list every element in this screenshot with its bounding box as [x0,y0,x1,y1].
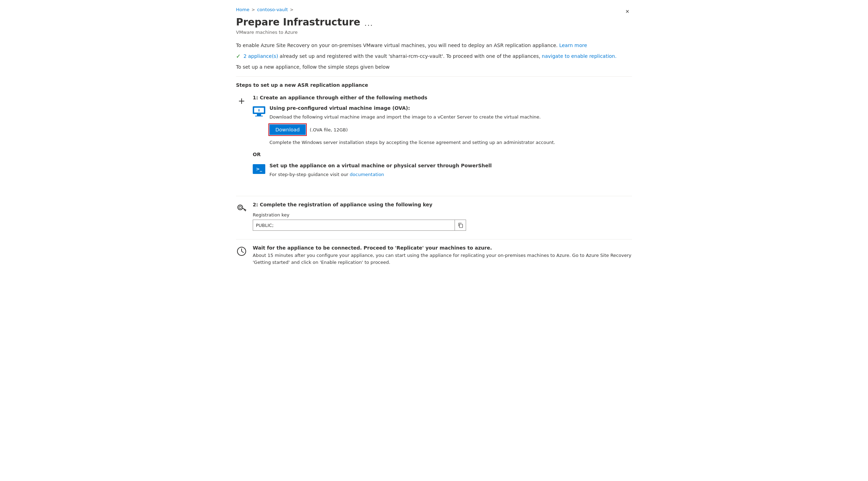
registration-key-label: Registration key [253,212,632,217]
svg-line-8 [242,251,244,253]
wait-heading: Wait for the appliance to be connected. … [253,245,632,251]
step1-heading: 1: Create an appliance through either of… [253,95,632,100]
key-icon [236,203,247,214]
ova-heading: Using pre-configured virtual machine ima… [269,105,632,111]
clock-svg-icon [237,246,246,256]
page-subtitle: VMware machines to Azure [236,30,623,35]
plus-icon: + [238,96,245,106]
page-title: Prepare Infrastructure [236,16,360,28]
step1-content: 1: Create an appliance through either of… [253,95,632,188]
svg-point-0 [238,205,243,210]
new-appliance-text: To set up a new appliance, follow the si… [236,63,632,71]
copy-icon [458,222,463,228]
download-arrow-icon: ⬇ [258,108,260,112]
ps-heading: Set up the appliance on a virtual machin… [269,163,632,168]
powershell-icon: >_ [253,163,265,175]
clock-icon [236,246,247,257]
step2-block: 2: Complete the registration of applianc… [236,202,632,231]
close-button[interactable]: × [623,7,632,16]
breadcrumb-sep1: > [251,7,255,12]
ps-method-block: >_ Set up the appliance on a virtual mac… [253,163,632,182]
wait-content: Wait for the appliance to be connected. … [253,245,632,266]
breadcrumb-vault[interactable]: contoso-vault [257,7,288,12]
info-line1: To enable Azure Site Recovery on your on… [236,42,632,49]
step2-heading: 2: Complete the registration of applianc… [253,202,632,207]
key-svg-icon [237,203,246,213]
ps-method-details: Set up the appliance on a virtual machin… [269,163,632,182]
ps-desc: For step-by-step guidance visit our docu… [269,171,632,178]
svg-point-1 [239,206,242,209]
breadcrumb-home[interactable]: Home [236,7,249,12]
wait-desc: About 15 minutes after you configure you… [253,252,632,266]
registration-key-row [253,220,632,231]
step1-icon: + [236,96,247,107]
file-info: (.OVA file, 12GB) [310,127,348,132]
breadcrumb: Home > contoso-vault > [236,7,623,12]
registration-key-input[interactable] [253,220,455,231]
more-menu-button[interactable]: ... [365,19,373,28]
ova-method-details: Using pre-configured virtual machine ima… [269,105,632,146]
section-divider [236,76,632,77]
steps-title: Steps to set up a new ASR replication ap… [236,82,632,88]
svg-rect-5 [459,224,463,228]
step2-content: 2: Complete the registration of applianc… [253,202,632,231]
ova-method-block: ⬇ Using pre-configured virtual machine i… [253,105,632,146]
or-separator: OR [253,152,632,157]
breadcrumb-sep2: > [290,7,294,12]
download-button[interactable]: Download [269,124,306,135]
appliance-count-link[interactable]: 2 appliance(s) [243,53,278,59]
navigate-link[interactable]: navigate to enable replication. [542,53,616,59]
ova-desc: Download the following virtual machine i… [269,114,632,121]
copy-button[interactable] [455,220,466,231]
appliance-status-row: ✓ 2 appliance(s) already set up and regi… [236,53,632,60]
documentation-link[interactable]: documentation [350,172,384,177]
step-divider [236,196,632,196]
learn-more-link[interactable]: Learn more [559,43,587,48]
check-icon: ✓ [236,53,241,60]
wait-block: Wait for the appliance to be connected. … [236,239,632,266]
monitor-icon: ⬇ [253,105,265,118]
complete-text: Complete the Windows server installation… [269,139,632,146]
download-row: Download (.OVA file, 12GB) [269,124,632,135]
step1-block: + 1: Create an appliance through either … [236,95,632,188]
